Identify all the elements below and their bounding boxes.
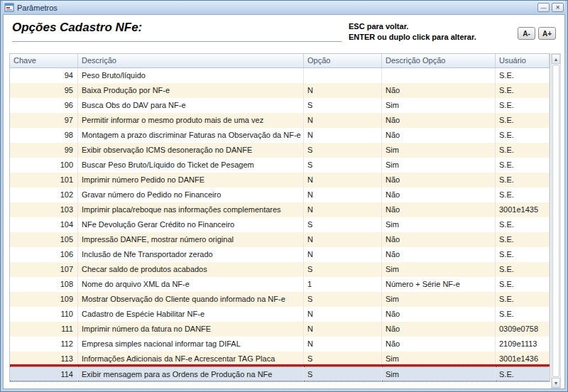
cell-descricao: Cadastro de Espécie Habilitar NF-e (78, 307, 304, 322)
cell-opcao: N (304, 187, 382, 202)
cell-chave: 114 (10, 366, 78, 381)
column-header-descricao[interactable]: Descrição (78, 54, 304, 67)
cell-opcao: N (304, 322, 382, 337)
cell-opcao: S (304, 352, 382, 366)
cell-descricao: Mostrar Observação do Cliente quando inf… (78, 292, 304, 307)
minimize-button[interactable]: — (537, 3, 550, 12)
table-row[interactable]: 114Exibir mensagem para as Ordens de Pro… (10, 366, 550, 381)
cell-descricao_opcao: Não (382, 337, 496, 352)
cell-descricao: Imprimir número da fatura no DANFE (78, 322, 304, 337)
table-row[interactable]: 94Peso Bruto/líquidoS.E. (10, 68, 550, 83)
cell-descricao_opcao: Não (382, 247, 496, 262)
table-row[interactable]: 99Exibir observação ICMS desoneração no … (10, 143, 550, 158)
cell-descricao_opcao: Não (382, 83, 496, 98)
table-row[interactable]: 105Impressão DANFE, mostrar número origi… (10, 232, 550, 247)
cell-usuario: S.E. (496, 68, 550, 83)
cell-opcao (304, 68, 382, 83)
table-row[interactable]: 107Checar saldo de produtos acabadosSSim… (10, 262, 550, 277)
table-body: 94Peso Bruto/líquidoS.E.95Baixa Produção… (10, 68, 550, 381)
table-row[interactable]: 112Empresa simples nacional informar tag… (10, 337, 550, 352)
cell-descricao: Busca Obs do DAV para NF-e (78, 98, 304, 113)
options-grid: Chave Descrição Opção Descrição Opção Us… (9, 53, 550, 382)
table-row[interactable]: 103Imprimir placa/reboque nas informaçõe… (10, 202, 550, 217)
table-row[interactable]: 113Informações Adicionais da NF-e Acresc… (10, 352, 550, 366)
cell-usuario: 2109e1113 (496, 337, 550, 352)
cell-descricao: Imprimir placa/reboque nas informações c… (78, 202, 304, 217)
table-row[interactable]: 106Inclusão de Nfe Transportador zeradoN… (10, 247, 550, 262)
cell-descricao_opcao: Sim (382, 262, 496, 277)
cell-usuario: S.E. (496, 83, 550, 98)
cell-descricao: Gravar número do Pedido no Financeiro (78, 187, 304, 202)
cell-usuario: S.E. (496, 187, 550, 202)
cell-opcao: S (304, 262, 382, 277)
cell-chave: 106 (10, 247, 78, 262)
vertical-scrollbar[interactable]: ▲ ▼ (551, 53, 561, 388)
cell-descricao: Exibir mensagem para as Ordens de Produç… (78, 366, 304, 381)
font-decrease-button[interactable]: A- (518, 27, 535, 40)
column-header-chave[interactable]: Chave (10, 54, 78, 67)
cell-usuario: 3001e1436 (496, 352, 550, 366)
cell-descricao: NFe Devolução Gerar Crédito no Financeir… (78, 217, 304, 232)
cell-descricao_opcao: Sim (382, 143, 496, 158)
hint-enter: ENTER ou duplo click para alterar. (349, 32, 513, 43)
table-row[interactable]: 110Cadastro de Espécie Habilitar NF-eNNã… (10, 307, 550, 322)
cell-usuario: S.E. (496, 292, 550, 307)
cell-usuario: S.E. (496, 143, 550, 158)
table-row[interactable]: 100Buscar Peso Bruto/Líquido do Ticket d… (10, 158, 550, 173)
cell-descricao_opcao: Não (382, 322, 496, 337)
scroll-down-icon[interactable]: ▼ (552, 378, 560, 388)
cell-usuario: S.E. (496, 247, 550, 262)
table-row[interactable]: 101Imprimir número Pedido no DANFENNãoS.… (10, 173, 550, 187)
window-title: Parâmetros (17, 1, 535, 14)
table-row[interactable]: 96Busca Obs do DAV para NF-eSSimS.E. (10, 98, 550, 113)
cell-opcao: S (304, 292, 382, 307)
cell-chave: 95 (10, 83, 78, 98)
cell-opcao: N (304, 113, 382, 128)
cell-descricao_opcao: Não (382, 187, 496, 202)
font-increase-button[interactable]: A+ (538, 27, 556, 40)
cell-chave: 108 (10, 277, 78, 292)
cell-descricao_opcao: Não (382, 128, 496, 143)
cell-chave: 99 (10, 143, 78, 158)
cell-opcao: N (304, 173, 382, 187)
table-row[interactable]: 111Imprimir número da fatura no DANFENNã… (10, 322, 550, 337)
cell-chave: 94 (10, 68, 78, 83)
scrollbar-thumb[interactable] (552, 65, 559, 377)
table-row[interactable]: 104NFe Devolução Gerar Crédito no Financ… (10, 217, 550, 232)
cell-chave: 102 (10, 187, 78, 202)
cell-chave: 103 (10, 202, 78, 217)
column-header-opcao[interactable]: Opção (304, 54, 382, 67)
title-bar: Parâmetros — ✕ (3, 1, 565, 14)
table-area: Chave Descrição Opção Descrição Opção Us… (4, 50, 564, 388)
cell-usuario: S.E. (496, 366, 550, 381)
cell-descricao: Inclusão de Nfe Transportador zerado (78, 247, 304, 262)
table-row[interactable]: 109Mostrar Observação do Cliente quando … (10, 292, 550, 307)
cell-descricao: Imprimir número Pedido no DANFE (78, 173, 304, 187)
parametros-window: Parâmetros — ✕ Opções Cadastro NFe: ESC … (0, 0, 568, 392)
cell-descricao: Exibir observação ICMS desoneração no DA… (78, 143, 304, 158)
cell-descricao: Informações Adicionais da NF-e Acrescent… (78, 352, 304, 366)
column-header-usuario[interactable]: Usuário (496, 54, 550, 67)
cell-descricao_opcao: Sim (382, 292, 496, 307)
cell-chave: 111 (10, 322, 78, 337)
table-row[interactable]: 95Baixa Produção por NF-eNNãoS.E. (10, 83, 550, 98)
table-row[interactable]: 108Nome do arquivo XML da NF-e1Número + … (10, 277, 550, 292)
cell-descricao_opcao: Não (382, 232, 496, 247)
cell-chave: 98 (10, 128, 78, 143)
cell-opcao: S (304, 217, 382, 232)
cell-descricao_opcao: Sim (382, 352, 496, 366)
cell-opcao: S (304, 98, 382, 113)
cell-usuario: S.E. (496, 262, 550, 277)
close-button[interactable]: ✕ (552, 3, 564, 12)
cell-opcao: 1 (304, 277, 382, 292)
cell-opcao: N (304, 247, 382, 262)
cell-descricao_opcao: Não (382, 202, 496, 217)
column-header-descricao-opcao[interactable]: Descrição Opção (382, 54, 496, 67)
font-size-controls: A- A+ (518, 27, 556, 40)
table-row[interactable]: 98Montagem a prazo discriminar Faturas n… (10, 128, 550, 143)
cell-opcao: N (304, 128, 382, 143)
scroll-up-icon[interactable]: ▲ (552, 54, 560, 64)
table-row[interactable]: 102Gravar número do Pedido no Financeiro… (10, 187, 550, 202)
table-row[interactable]: 97Permitir informar o mesmo produto mais… (10, 113, 550, 128)
page-header: Opções Cadastro NFe: ESC para voltar. EN… (4, 15, 564, 50)
